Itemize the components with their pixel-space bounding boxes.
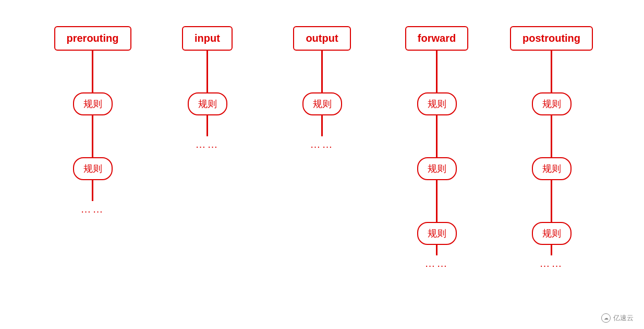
chain-box-prerouting: prerouting [54,26,131,51]
connector [551,180,552,222]
connector [206,51,208,92]
rule-box: 规则 [417,92,457,115]
connector [92,115,93,157]
connector [436,51,438,92]
chain-column-output: output 规则 …… [265,26,380,150]
connector [321,51,323,92]
connector [321,115,323,136]
connector [551,51,552,92]
connector [436,180,438,222]
rule-box: 规则 [417,222,457,245]
rule-box: 规则 [532,92,572,115]
dots: …… [425,257,449,269]
connector [436,245,438,255]
rule-box: 规则 [532,222,572,245]
connector [92,51,93,92]
watermark: ☁ 亿速云 [601,313,634,323]
rule-box: 规则 [532,157,572,180]
dots: …… [310,138,334,150]
watermark-icon: ☁ [601,313,611,323]
connector [92,180,93,201]
chain-column-input: input 规则 …… [150,26,265,150]
chain-box-forward: forward [405,26,468,51]
rule-box: 规则 [73,92,113,115]
chain-box-output: output [293,26,350,51]
rule-box: 规则 [417,157,457,180]
rule-box: 规则 [302,92,342,115]
diagram-container: prerouting 规则 规则 …… input 规则 …… output 规… [0,0,644,269]
chain-column-prerouting: prerouting 规则 规则 …… [35,26,150,215]
chain-box-input: input [182,26,233,51]
dots: …… [196,138,220,150]
dots: …… [81,203,105,215]
connector [436,115,438,157]
connector [551,115,552,157]
rule-box: 规则 [188,92,227,115]
chain-box-postrouting: postrouting [510,26,593,51]
connector [551,245,552,255]
connector [206,115,208,136]
chain-column-postrouting: postrouting 规则 规则 规则 …… [494,26,609,269]
dots: …… [540,257,564,269]
watermark-text: 亿速云 [613,313,634,323]
chain-column-forward: forward 规则 规则 规则 …… [380,26,494,269]
rule-box: 规则 [73,157,113,180]
